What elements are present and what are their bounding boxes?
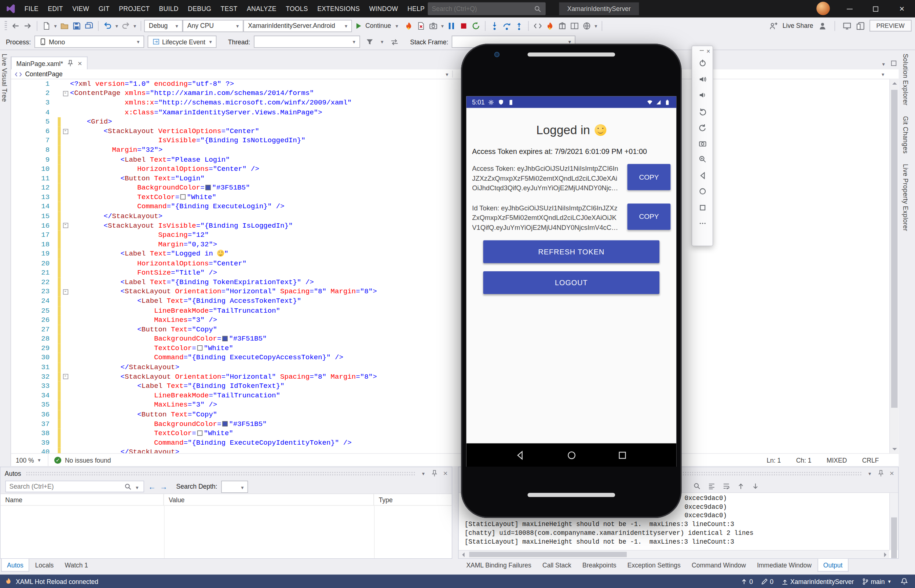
quick-search[interactable]: [428, 2, 545, 15]
new-file-dropdown-icon[interactable]: [52, 23, 58, 29]
redo-icon[interactable]: [120, 19, 132, 32]
line-number[interactable]: 15: [11, 212, 52, 221]
browse-dropdown-icon[interactable]: [593, 23, 599, 29]
command-window-tab[interactable]: Command Window: [687, 559, 752, 572]
code-line[interactable]: 34 LineBreakMode="TailTruncation": [11, 391, 899, 400]
save-all-icon[interactable]: [83, 19, 95, 32]
feedback-person-icon[interactable]: [818, 21, 827, 30]
save-icon[interactable]: [71, 19, 83, 32]
code-line[interactable]: 11 <Button Text="Login": [11, 174, 899, 183]
hot-reload-flame-icon[interactable]: [544, 19, 556, 32]
scroll-up-icon[interactable]: [890, 79, 899, 87]
filter-dropdown-icon[interactable]: [379, 39, 385, 45]
scrollbar-thumb[interactable]: [891, 90, 898, 408]
locals-tab[interactable]: Locals: [30, 559, 59, 572]
nav-forward-icon[interactable]: [22, 19, 34, 32]
line-number[interactable]: 5: [11, 117, 52, 126]
code-icon[interactable]: [532, 19, 544, 32]
menu-build[interactable]: BUILD: [154, 5, 183, 12]
editor-tab-mainpage[interactable]: MainPage.xaml*: [11, 57, 87, 69]
power-icon[interactable]: [698, 59, 706, 67]
scrollbar-thumb[interactable]: [891, 517, 897, 558]
watch-1-tab[interactable]: Watch 1: [60, 559, 93, 572]
exception-settings-tab[interactable]: Exception Settings: [622, 559, 686, 572]
line-number[interactable]: 21: [11, 268, 52, 278]
scroll-right-icon[interactable]: [881, 551, 889, 558]
fold-collapse-icon[interactable]: -: [63, 374, 68, 380]
line-number[interactable]: 12: [11, 183, 52, 193]
monitor-icon[interactable]: [842, 21, 851, 30]
zoom-dropdown[interactable]: 100 %: [16, 454, 48, 466]
step-into-icon[interactable]: [488, 19, 501, 32]
code-line[interactable]: 6- <StackLayout VerticalOptions="Center": [11, 126, 899, 136]
code-line[interactable]: 27 <Button Text="Copy": [11, 325, 899, 334]
line-number[interactable]: 27: [11, 325, 52, 334]
line-number[interactable]: 25: [11, 306, 52, 316]
toolbar-grip[interactable]: [5, 21, 7, 30]
line-number[interactable]: 17: [11, 231, 52, 240]
preview-button[interactable]: PREVIEW: [869, 20, 911, 32]
line-number[interactable]: 30: [11, 353, 52, 363]
word-wrap-icon[interactable]: [723, 482, 730, 490]
code-line[interactable]: 23- <StackLayout Orientation="Horizontal…: [11, 287, 899, 297]
document-health[interactable]: No issues found: [54, 456, 111, 464]
line-number[interactable]: 37: [11, 419, 52, 429]
autos-search[interactable]: [5, 481, 144, 492]
line-number[interactable]: 19: [11, 249, 52, 259]
menu-view[interactable]: VIEW: [68, 5, 94, 12]
clear-all-icon[interactable]: [708, 482, 716, 490]
redo-dropdown-icon[interactable]: [132, 23, 138, 29]
tab-options-icon[interactable]: [891, 60, 896, 66]
next-message-icon[interactable]: [752, 482, 760, 490]
more-icon[interactable]: [698, 219, 706, 227]
emu-back-icon[interactable]: [698, 171, 706, 179]
funnel-icon[interactable]: [364, 35, 375, 48]
pending-changes[interactable]: 0: [761, 578, 773, 585]
volume-down-icon[interactable]: [698, 91, 706, 99]
autos-grid-body[interactable]: [1, 506, 452, 558]
code-line[interactable]: 17 Spacing="12": [11, 231, 899, 240]
breadcrumb-item[interactable]: ContentPage: [25, 71, 62, 78]
output-tab[interactable]: Output: [818, 559, 848, 572]
column-type[interactable]: Type: [374, 494, 452, 505]
line-number[interactable]: 8: [11, 145, 52, 155]
line-number[interactable]: 35: [11, 400, 52, 410]
platform-dropdown[interactable]: Any CPU: [183, 19, 243, 32]
stop-button[interactable]: [457, 19, 470, 32]
xaml-binding-failures-tab[interactable]: XAML Binding Failures: [461, 559, 537, 572]
line-number[interactable]: 2: [11, 89, 52, 98]
menu-test[interactable]: TEST: [216, 5, 242, 12]
process-dropdown[interactable]: Mono: [34, 36, 144, 48]
code-line[interactable]: 8 Margin="32">: [11, 145, 899, 155]
code-line[interactable]: 40 </StackLayout>: [11, 447, 899, 453]
code-line[interactable]: 32- <StackLayout Orientation="Horizontal…: [11, 372, 899, 381]
fold-collapse-icon[interactable]: -: [63, 91, 68, 96]
code-line[interactable]: 21 FontSize="Title" />: [11, 268, 899, 278]
call-stack-tab[interactable]: Call Stack: [537, 559, 577, 572]
logout-button[interactable]: LOGOUT: [483, 271, 660, 294]
history-forward-icon[interactable]: →: [160, 483, 168, 491]
line-number[interactable]: 34: [11, 391, 52, 400]
break-all-button[interactable]: [445, 19, 457, 32]
line-number[interactable]: 9: [11, 155, 52, 164]
code-line[interactable]: 7 IsVisible="{Binding IsNotLoggedIn}": [11, 136, 899, 145]
line-number[interactable]: 26: [11, 315, 52, 325]
line-number[interactable]: 24: [11, 297, 52, 306]
menu-analyze[interactable]: ANALYZE: [242, 5, 281, 12]
line-number[interactable]: 7: [11, 136, 52, 145]
editor-scrollbar[interactable]: [889, 79, 899, 453]
minimize-button[interactable]: [836, 0, 863, 18]
undo-icon[interactable]: [102, 19, 114, 32]
device-preview-icon[interactable]: [856, 21, 865, 30]
line-number[interactable]: 10: [11, 164, 52, 174]
autos-close-icon[interactable]: [443, 470, 448, 477]
code-line[interactable]: 25 LineBreakMode="TailTruncation": [11, 306, 899, 316]
code-line[interactable]: 3 xmlns:x="http://schemas.microsoft.com/…: [11, 98, 899, 108]
line-number[interactable]: 38: [11, 428, 52, 438]
line-number[interactable]: 14: [11, 202, 52, 212]
live-share-label[interactable]: Live Share: [782, 22, 813, 29]
find-icon[interactable]: [693, 482, 701, 490]
menu-project[interactable]: PROJECT: [114, 5, 154, 12]
line-number[interactable]: 22: [11, 278, 52, 287]
menu-tools[interactable]: TOOLS: [281, 5, 312, 12]
